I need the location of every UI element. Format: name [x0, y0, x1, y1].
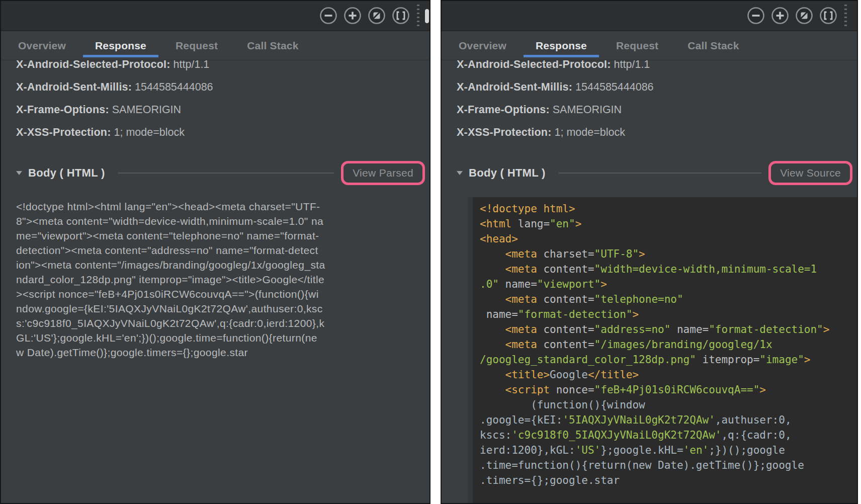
- tab-response[interactable]: Response: [533, 31, 590, 60]
- zoom-to-fit-button[interactable]: [819, 7, 837, 25]
- zoom-in-button[interactable]: [343, 7, 362, 25]
- zoom-out-button[interactable]: [319, 7, 337, 25]
- source-code-line: .timers={};google.star: [480, 473, 854, 488]
- source-code-line: <meta content="telephone=no": [480, 292, 854, 307]
- response-header-row: X-Frame-Options: SAMEORIGIN: [16, 99, 429, 121]
- source-code-line: name="format-detection">: [480, 307, 854, 322]
- tab-call-stack[interactable]: Call Stack: [684, 31, 742, 60]
- source-code-line: <!doctype html>: [480, 201, 854, 216]
- response-header-row: X-XSS-Protection: 1; mode=block: [457, 121, 857, 144]
- source-code-line: .google={kEI:'5IAQXJyVNaiL0gK2t72QAw',au…: [480, 412, 854, 428]
- parsed-body-line: GL:'US'};google.kHL='en';})();google.tim…: [16, 330, 409, 345]
- zoom-to-fit-button[interactable]: [392, 7, 410, 25]
- source-code-line: <title>Google</title>: [480, 367, 854, 382]
- source-code-line: <meta charset="UTF-8">: [480, 246, 854, 262]
- zoom-to-fit-icon: [819, 7, 837, 25]
- source-code-line: .time=function(){return(new Date).getTim…: [480, 458, 854, 473]
- collapse-arrow-icon[interactable]: [16, 171, 22, 175]
- screenshot-root: OverviewResponseRequestCall Stack X-Andr…: [0, 0, 861, 504]
- toolbar-drag-grip[interactable]: [844, 5, 847, 27]
- response-header-row: X-Android-Sent-Millis: 1544585444086: [16, 76, 429, 99]
- body-section-label: Body ( HTML ): [28, 166, 105, 180]
- source-code-line: /googleg_standard_color_128dp.png" itemp…: [480, 352, 854, 367]
- body-section-label: Body ( HTML ): [469, 166, 546, 180]
- response-header-row: X-Android-Selected-Protocol: http/1.1: [457, 60, 857, 76]
- header-name: X-Android-Selected-Protocol:: [457, 60, 611, 70]
- parsed-body-line: detection"><meta content="address=no" na…: [16, 243, 409, 258]
- header-name: X-XSS-Protection:: [457, 126, 552, 138]
- divider-line: [559, 173, 762, 174]
- source-code-line: <meta content="width=device-width,minimu…: [480, 262, 854, 277]
- header-name: X-Android-Sent-Millis:: [457, 81, 572, 93]
- source-code-line: <html lang="en">: [480, 216, 854, 231]
- source-code-line: ierd:1200},kGL:'US'};google.kHL='en';})(…: [480, 443, 854, 458]
- response-header-row: X-XSS-Protection: 1; mode=block: [16, 121, 429, 144]
- view-source-button[interactable]: View Source: [768, 161, 852, 185]
- parsed-body-line: ion"><meta content="/images/branding/goo…: [16, 258, 409, 272]
- profiler-toolbar: [442, 1, 857, 31]
- parsed-body-line: ><script nonce="feB+4Pj01s0iRCW6couvqA==…: [16, 287, 409, 301]
- tab-overview[interactable]: Overview: [456, 31, 509, 60]
- source-code-line: kscs:'c9c918f0_5IAQXJyVNaiL0gK2t72QAw',q…: [480, 428, 854, 443]
- tab-bar: OverviewResponseRequestCall Stack: [442, 31, 857, 60]
- source-code-line: <head>: [480, 231, 854, 246]
- body-section-row: Body ( HTML ) View Parsed: [16, 160, 429, 186]
- view-parsed-button[interactable]: View Parsed: [341, 161, 425, 185]
- parsed-body-line: 8"><meta content="width=device-width,min…: [16, 214, 409, 228]
- tab-request[interactable]: Request: [173, 31, 221, 60]
- parsed-body-line: s:'c9c918f0_5IAQXJyVNaiL0gK2t72QAw',q:{c…: [16, 316, 409, 330]
- tab-request[interactable]: Request: [613, 31, 661, 60]
- connection-details-panel-parsed: OverviewResponseRequestCall Stack X-Andr…: [0, 0, 430, 504]
- response-header-row: X-Android-Sent-Millis: 1544585444086: [457, 76, 857, 99]
- parsed-body-line: ndow.google={kEI:'5IAQXJyVNaiL0gK2t72QAw…: [16, 301, 409, 316]
- response-header-row: X-Frame-Options: SAMEORIGIN: [457, 99, 857, 121]
- parsed-body-line: ndard_color_128dp.png" itemprop="image">…: [16, 272, 409, 287]
- reset-zoom-icon: [795, 7, 813, 25]
- source-code-line: .0" name="viewport">: [480, 277, 854, 292]
- header-name: X-Frame-Options:: [16, 104, 109, 116]
- reset-zoom-button[interactable]: [795, 7, 813, 25]
- zoom-in-icon: [771, 7, 789, 25]
- parsed-body-line: me="viewport"><meta content="telephone=n…: [16, 228, 409, 243]
- reset-zoom-icon: [368, 7, 386, 25]
- reset-zoom-button[interactable]: [368, 7, 386, 25]
- scrollbar-thumb[interactable]: [425, 9, 429, 23]
- response-body-source-code: <!doctype html><html lang="en"><head> <m…: [468, 197, 857, 503]
- tab-call-stack[interactable]: Call Stack: [244, 31, 301, 60]
- source-code-line: (function(){window: [480, 397, 854, 412]
- tab-overview[interactable]: Overview: [15, 31, 69, 60]
- source-code-line: <meta content="/images/branding/googleg/…: [480, 337, 854, 352]
- zoom-out-icon: [319, 7, 337, 25]
- zoom-out-icon: [747, 7, 765, 25]
- response-header-row: X-Android-Selected-Protocol: http/1.1: [16, 60, 429, 76]
- tab-response[interactable]: Response: [92, 31, 149, 60]
- profiler-toolbar: [1, 1, 429, 31]
- response-tab-content: X-Android-Selected-Protocol: http/1.1X-A…: [442, 60, 857, 503]
- header-name: X-XSS-Protection:: [16, 126, 111, 138]
- parsed-body-line: <!doctype html><html lang="en"><head><me…: [16, 199, 409, 214]
- toolbar-drag-grip[interactable]: [417, 5, 419, 27]
- collapse-arrow-icon[interactable]: [457, 171, 463, 175]
- response-tab-content: X-Android-Selected-Protocol: http/1.1X-A…: [1, 60, 429, 503]
- zoom-to-fit-icon: [392, 7, 410, 25]
- header-name: X-Android-Sent-Millis:: [16, 81, 132, 93]
- zoom-out-button[interactable]: [747, 7, 765, 25]
- divider-line: [118, 173, 334, 174]
- zoom-in-icon: [343, 7, 362, 25]
- connection-details-panel-source: OverviewResponseRequestCall Stack X-Andr…: [441, 0, 858, 504]
- header-name: X-Frame-Options:: [457, 104, 550, 116]
- response-headers: X-Android-Selected-Protocol: http/1.1X-A…: [16, 60, 429, 144]
- source-code-line: <meta content="address=no" name="format-…: [480, 322, 854, 337]
- source-code-line: <script nonce="feB+4Pj01s0iRCW6couvqA=="…: [480, 382, 854, 397]
- body-section-row: Body ( HTML ) View Source: [457, 160, 857, 186]
- parsed-body-line: w Date).getTime()};google.timers={};goog…: [16, 345, 409, 360]
- response-body-parsed-text: <!doctype html><html lang="en"><head><me…: [16, 199, 429, 360]
- zoom-in-button[interactable]: [771, 7, 789, 25]
- header-name: X-Android-Selected-Protocol:: [16, 60, 170, 70]
- response-headers: X-Android-Selected-Protocol: http/1.1X-A…: [457, 60, 857, 144]
- tab-bar: OverviewResponseRequestCall Stack: [1, 31, 429, 60]
